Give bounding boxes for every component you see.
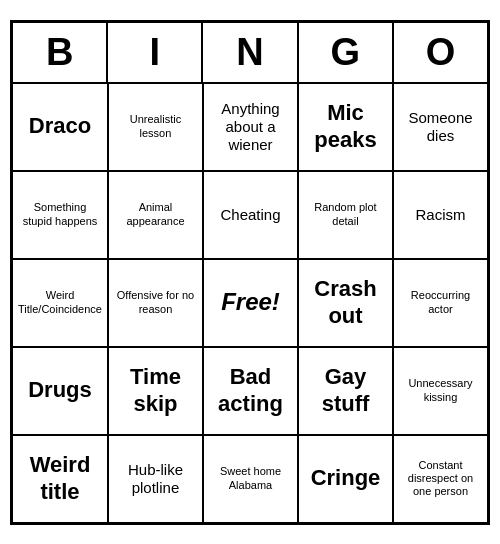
header-letter-n: N	[202, 22, 297, 83]
bingo-cell-text-22: Sweet home Alabama	[209, 465, 292, 491]
bingo-cell-13[interactable]: Crash out	[298, 259, 393, 347]
bingo-cell-text-7: Cheating	[220, 206, 280, 224]
bingo-cell-text-12: Free!	[221, 288, 280, 317]
bingo-cell-10[interactable]: Weird Title/Coincidence	[12, 259, 108, 347]
bingo-cell-text-4: Someone dies	[399, 109, 482, 145]
bingo-cell-text-20: Weird title	[18, 452, 102, 505]
header-letter-i: I	[107, 22, 202, 83]
bingo-cell-text-11: Offensive for no reason	[114, 289, 197, 315]
bingo-cell-text-1: Unrealistic lesson	[114, 113, 197, 139]
bingo-cell-text-13: Crash out	[304, 276, 387, 329]
bingo-cell-15[interactable]: Drugs	[12, 347, 108, 435]
bingo-cell-text-0: Draco	[29, 113, 91, 139]
bingo-cell-text-2: Anything about a wiener	[209, 100, 292, 154]
bingo-cell-24[interactable]: Constant disrespect on one person	[393, 435, 488, 523]
bingo-card: BINGO DracoUnrealistic lessonAnything ab…	[10, 20, 490, 525]
header-letter-b: B	[12, 22, 107, 83]
bingo-cell-19[interactable]: Unnecessary kissing	[393, 347, 488, 435]
bingo-cell-text-15: Drugs	[28, 377, 92, 403]
bingo-cell-text-17: Bad acting	[209, 364, 292, 417]
bingo-cell-20[interactable]: Weird title	[12, 435, 108, 523]
bingo-cell-17[interactable]: Bad acting	[203, 347, 298, 435]
bingo-cell-text-18: Gay stuff	[304, 364, 387, 417]
bingo-cell-text-9: Racism	[415, 206, 465, 224]
bingo-cell-22[interactable]: Sweet home Alabama	[203, 435, 298, 523]
bingo-cell-14[interactable]: Reoccurring actor	[393, 259, 488, 347]
bingo-cell-21[interactable]: Hub-like plotline	[108, 435, 203, 523]
bingo-cell-1[interactable]: Unrealistic lesson	[108, 83, 203, 171]
bingo-cell-text-24: Constant disrespect on one person	[399, 459, 482, 499]
bingo-cell-23[interactable]: Cringe	[298, 435, 393, 523]
bingo-cell-3[interactable]: Mic peaks	[298, 83, 393, 171]
bingo-cell-text-14: Reoccurring actor	[399, 289, 482, 315]
bingo-cell-6[interactable]: Animal appearance	[108, 171, 203, 259]
bingo-cell-text-23: Cringe	[311, 465, 381, 491]
bingo-cell-0[interactable]: Draco	[12, 83, 108, 171]
bingo-cell-text-10: Weird Title/Coincidence	[18, 289, 102, 315]
bingo-header: BINGO	[12, 22, 488, 83]
bingo-cell-5[interactable]: Something stupid happens	[12, 171, 108, 259]
header-letter-g: G	[298, 22, 393, 83]
bingo-cell-8[interactable]: Random plot detail	[298, 171, 393, 259]
bingo-cell-12[interactable]: Free!	[203, 259, 298, 347]
bingo-cell-text-19: Unnecessary kissing	[399, 377, 482, 403]
bingo-cell-7[interactable]: Cheating	[203, 171, 298, 259]
bingo-cell-9[interactable]: Racism	[393, 171, 488, 259]
header-letter-o: O	[393, 22, 488, 83]
bingo-cell-4[interactable]: Someone dies	[393, 83, 488, 171]
bingo-grid: DracoUnrealistic lessonAnything about a …	[12, 83, 488, 523]
bingo-cell-18[interactable]: Gay stuff	[298, 347, 393, 435]
bingo-cell-2[interactable]: Anything about a wiener	[203, 83, 298, 171]
bingo-cell-text-6: Animal appearance	[114, 201, 197, 227]
bingo-cell-text-5: Something stupid happens	[18, 201, 102, 227]
bingo-cell-16[interactable]: Time skip	[108, 347, 203, 435]
bingo-cell-11[interactable]: Offensive for no reason	[108, 259, 203, 347]
bingo-cell-text-3: Mic peaks	[304, 100, 387, 153]
bingo-cell-text-8: Random plot detail	[304, 201, 387, 227]
bingo-cell-text-16: Time skip	[114, 364, 197, 417]
bingo-cell-text-21: Hub-like plotline	[114, 461, 197, 497]
